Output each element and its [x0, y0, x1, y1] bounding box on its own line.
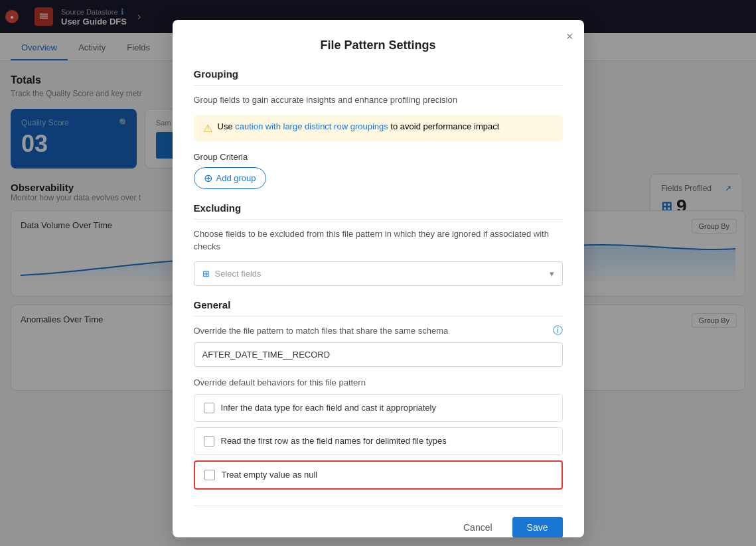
override-schema-row: Override the file pattern to match files…: [194, 324, 563, 337]
checkbox-null[interactable]: Treat empty value as null: [194, 460, 563, 490]
general-section: General Override the file pattern to mat…: [194, 299, 563, 490]
override-schema-label: Override the file pattern to match files…: [194, 326, 449, 336]
general-divider: [194, 316, 563, 316]
override-schema-input[interactable]: [194, 342, 563, 367]
excluding-divider: [194, 219, 563, 220]
modal-title: File Pattern Settings: [194, 38, 563, 52]
grouping-divider: [194, 85, 563, 86]
warning-icon: ⚠: [203, 122, 212, 135]
plus-circle-icon: ⊕: [204, 172, 212, 184]
excluding-title: Excluding: [194, 202, 563, 214]
warning-text: Use caution with large distinct row grou…: [218, 121, 500, 131]
modal-overlay: File Pattern Settings × Grouping Group f…: [0, 0, 756, 546]
grouping-title: Grouping: [194, 68, 563, 80]
dropdown-arrow-icon: ▾: [550, 269, 554, 279]
checkbox-infer[interactable]: Infer the data type for each field and c…: [194, 394, 563, 422]
help-icon[interactable]: ⓘ: [553, 324, 563, 337]
modal-close-icon[interactable]: ×: [566, 31, 573, 42]
checkbox-first-row[interactable]: Read the first row as the field names fo…: [194, 427, 563, 455]
fields-icon: ⊞: [202, 269, 210, 279]
save-button[interactable]: Save: [512, 517, 563, 538]
checkbox-first-row-box[interactable]: [204, 436, 214, 446]
group-criteria-label: Group Criteria: [194, 152, 563, 162]
checkbox-null-label: Treat empty value as null: [222, 470, 318, 480]
grouping-section: Grouping Group fields to gain accurate i…: [194, 68, 563, 202]
checkbox-infer-label: Infer the data type for each field and c…: [221, 403, 436, 413]
checkbox-first-row-label: Read the first row as the field names fo…: [221, 436, 447, 446]
override-default-label: Override default behaviors for this file…: [194, 377, 563, 387]
select-fields-dropdown[interactable]: ⊞ Select fields ▾: [194, 261, 563, 286]
excluding-description: Choose fields to be excluded from this f…: [194, 228, 563, 253]
checkbox-null-box[interactable]: [204, 470, 215, 480]
modal-footer: Cancel Save: [194, 506, 563, 538]
general-title: General: [194, 299, 563, 310]
warning-banner: ⚠ Use caution with large distinct row gr…: [194, 115, 563, 141]
grouping-description: Group fields to gain accurate insights a…: [194, 94, 563, 107]
warning-link[interactable]: caution with large distinct row grouping…: [235, 121, 388, 131]
file-pattern-settings-modal: File Pattern Settings × Grouping Group f…: [173, 20, 584, 537]
select-fields-placeholder: Select fields: [215, 269, 262, 279]
add-group-button[interactable]: ⊕ Add group: [194, 167, 266, 189]
checkbox-infer-box[interactable]: [204, 403, 214, 413]
cancel-button[interactable]: Cancel: [451, 517, 504, 538]
excluding-section: Excluding Choose fields to be excluded f…: [194, 202, 563, 286]
